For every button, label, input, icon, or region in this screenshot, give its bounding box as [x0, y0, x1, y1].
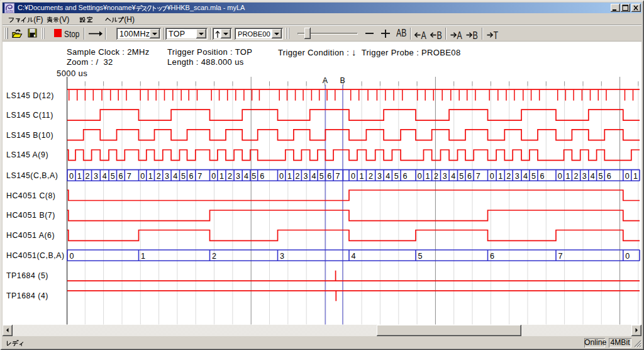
svg-text:4: 4 — [523, 172, 528, 181]
svg-text:5: 5 — [598, 172, 602, 181]
svg-text:7: 7 — [336, 172, 340, 181]
svg-text:5: 5 — [459, 172, 464, 181]
svg-text:LS145(C,B,A): LS145(C,B,A) — [6, 171, 58, 180]
svg-text:3: 3 — [443, 172, 447, 181]
svg-text:1: 1 — [287, 172, 292, 181]
svg-text:1: 1 — [148, 172, 153, 181]
svg-text:1: 1 — [565, 172, 570, 181]
svg-text:A: A — [323, 76, 328, 85]
svg-text:3: 3 — [280, 252, 284, 261]
svg-text:2: 2 — [506, 172, 511, 181]
svg-text:5: 5 — [394, 172, 399, 181]
svg-text:5000 us: 5000 us — [57, 69, 87, 78]
svg-text:7: 7 — [476, 172, 480, 181]
svg-text:1: 1 — [425, 172, 430, 181]
svg-text:4: 4 — [173, 172, 177, 181]
svg-text:7: 7 — [558, 252, 562, 261]
svg-text:2: 2 — [434, 172, 438, 181]
svg-text:6: 6 — [327, 172, 331, 181]
svg-text:4: 4 — [591, 172, 595, 181]
svg-text:5: 5 — [111, 172, 115, 181]
svg-text:TP1684 (4): TP1684 (4) — [6, 291, 48, 300]
svg-text:LS145 A(9): LS145 A(9) — [6, 150, 48, 159]
svg-text:1: 1 — [77, 172, 82, 181]
svg-text:0: 0 — [211, 172, 216, 181]
svg-text:0: 0 — [418, 172, 422, 181]
svg-text:7: 7 — [127, 172, 131, 181]
svg-text:LS145 B(10): LS145 B(10) — [6, 131, 53, 140]
svg-text:6: 6 — [403, 172, 408, 181]
svg-text:2: 2 — [212, 252, 216, 261]
svg-text:4: 4 — [351, 252, 355, 261]
svg-text:4: 4 — [311, 172, 316, 181]
svg-text:1: 1 — [498, 172, 502, 181]
svg-text:4: 4 — [244, 172, 248, 181]
svg-text:5: 5 — [252, 172, 256, 181]
svg-text:2: 2 — [574, 172, 578, 181]
svg-text:0: 0 — [490, 172, 494, 181]
svg-text:4: 4 — [386, 172, 390, 181]
svg-text:0: 0 — [625, 172, 630, 181]
svg-text:3: 3 — [236, 172, 240, 181]
svg-text:1: 1 — [141, 252, 145, 261]
svg-text:0: 0 — [558, 172, 562, 181]
svg-text:HC4051(C,B,A): HC4051(C,B,A) — [6, 251, 65, 260]
svg-text:HC4051 A(6): HC4051 A(6) — [6, 231, 55, 240]
svg-text:3: 3 — [303, 172, 308, 181]
svg-text:2: 2 — [157, 172, 161, 181]
svg-text:4: 4 — [451, 172, 455, 181]
svg-text:5: 5 — [531, 172, 536, 181]
svg-text:TP1684 (5): TP1684 (5) — [6, 271, 48, 280]
svg-text:2: 2 — [228, 172, 232, 181]
svg-text:0: 0 — [351, 172, 355, 181]
svg-text:2: 2 — [86, 172, 90, 181]
svg-text:3: 3 — [165, 172, 169, 181]
svg-text:3: 3 — [582, 172, 587, 181]
svg-text:HC4051 B(7): HC4051 B(7) — [6, 211, 55, 220]
svg-text:2: 2 — [296, 172, 300, 181]
svg-text:LS145 C(11): LS145 C(11) — [6, 111, 53, 120]
svg-text:3: 3 — [377, 172, 382, 181]
svg-text:0: 0 — [69, 252, 74, 261]
svg-text:6: 6 — [607, 172, 611, 181]
svg-text:2: 2 — [369, 172, 373, 181]
svg-text:3: 3 — [515, 172, 519, 181]
svg-text:5: 5 — [418, 252, 422, 261]
svg-text:1: 1 — [633, 172, 638, 181]
svg-text:6: 6 — [189, 172, 194, 181]
svg-text:4: 4 — [103, 172, 107, 181]
svg-text:0: 0 — [69, 172, 74, 181]
svg-text:HC4051 C(8): HC4051 C(8) — [6, 191, 56, 200]
svg-text:6: 6 — [490, 252, 494, 261]
svg-text:6: 6 — [540, 172, 544, 181]
svg-text:0: 0 — [279, 172, 284, 181]
svg-text:7: 7 — [197, 172, 202, 181]
svg-text:5: 5 — [319, 172, 324, 181]
svg-text:6: 6 — [118, 172, 123, 181]
svg-text:1: 1 — [219, 172, 224, 181]
svg-text:1: 1 — [359, 172, 364, 181]
svg-text:3: 3 — [94, 172, 98, 181]
svg-text:0: 0 — [140, 172, 145, 181]
svg-text:B: B — [340, 76, 345, 85]
svg-text:0: 0 — [625, 252, 630, 261]
svg-text:6: 6 — [260, 172, 264, 181]
svg-text:LS145 D(12): LS145 D(12) — [6, 91, 54, 100]
svg-text:5: 5 — [181, 172, 186, 181]
svg-text:6: 6 — [467, 172, 472, 181]
